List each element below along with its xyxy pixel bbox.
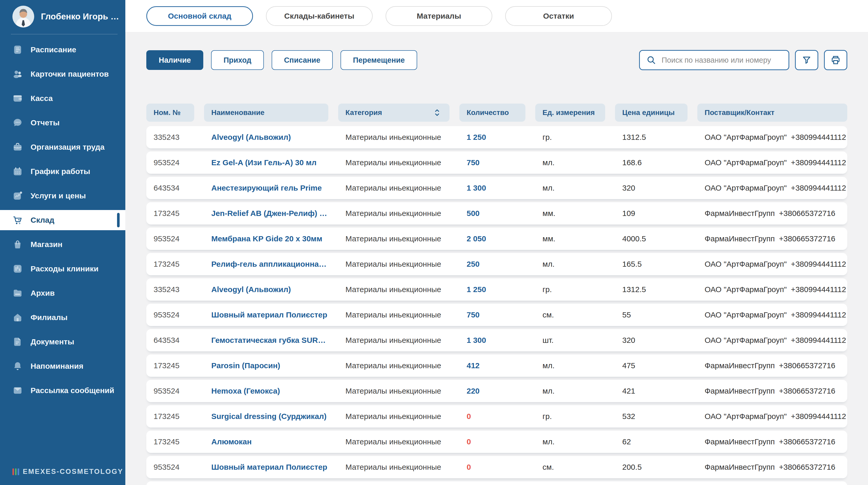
table-row[interactable]: 953524 Мембрана KP Gide 20 x 30мм Матери… bbox=[146, 228, 847, 250]
row-name[interactable]: Ez Gel-A (Изи Гель-А) 30 мл bbox=[204, 158, 328, 167]
sidebar-item-patients[interactable]: Карточки пациентов bbox=[0, 62, 125, 86]
row-category: Материалы иньекционные bbox=[338, 361, 450, 370]
supplier-phone: +380665372716 bbox=[779, 209, 835, 218]
tab-warehouse-cabinets[interactable]: Склады-кабинеты bbox=[266, 6, 373, 26]
table-row[interactable]: 173245 Алюмокан Материалы иньекционные 0… bbox=[146, 431, 847, 453]
row-supplier: ОАО "АртФармаГроуп" +380994441112 bbox=[698, 310, 847, 319]
row-name[interactable]: Мембрана KP Gide 20 x 30мм bbox=[204, 234, 328, 243]
schedule-icon bbox=[12, 44, 23, 55]
subtab-transfer[interactable]: Перемещение bbox=[341, 50, 417, 70]
subtabs: Наличие Приход Списание Перемещение bbox=[146, 50, 417, 70]
row-price: 320 bbox=[615, 184, 687, 192]
row-name[interactable]: Parosin (Паросин) bbox=[204, 361, 328, 370]
row-unit: мл. bbox=[535, 361, 605, 370]
sidebar-item-work-schedule[interactable]: График работы bbox=[0, 159, 125, 184]
print-button[interactable] bbox=[824, 50, 847, 70]
sidebar-item-work-org[interactable]: Организация труда bbox=[0, 135, 125, 159]
table-row[interactable]: 173245 Релиф-гель аппликационная... Мате… bbox=[146, 253, 847, 275]
column-price[interactable]: Цена единицы bbox=[615, 103, 687, 122]
sidebar-item-warehouse[interactable]: Склад bbox=[0, 210, 125, 230]
table-row[interactable]: 953524 Шовный материал Полиєстер Материа… bbox=[146, 304, 847, 326]
briefcase-icon bbox=[12, 142, 23, 152]
table-row[interactable]: 643534 Гемостатическая губка SURGIS Мате… bbox=[146, 329, 847, 352]
row-name[interactable]: Релиф-гель аппликационная... bbox=[204, 260, 328, 269]
table-row[interactable]: 335243 Alveogyl (Альвожил) Материалы инь… bbox=[146, 278, 847, 301]
row-number: 953524 bbox=[146, 463, 194, 472]
row-name[interactable]: Алюмокан bbox=[204, 437, 328, 446]
sidebar-item-reports[interactable]: Отчеты bbox=[0, 111, 125, 135]
column-quantity[interactable]: Количество bbox=[459, 103, 525, 122]
row-number: 643534 bbox=[146, 336, 194, 345]
supplier-phone: +380665372716 bbox=[779, 234, 835, 243]
subtab-incoming[interactable]: Приход bbox=[211, 50, 264, 70]
row-category: Материалы иньекционные bbox=[338, 412, 450, 421]
subtab-writeoff[interactable]: Списание bbox=[272, 50, 333, 70]
supplier-name: ФармаИнвестГрупп bbox=[705, 209, 775, 218]
table-row[interactable]: 173245 Jen-Relief AB (Джен-Релиф) гель М… bbox=[146, 202, 847, 224]
column-number[interactable]: Ном. № bbox=[146, 103, 194, 122]
sidebar-item-archive[interactable]: Архив bbox=[0, 281, 125, 305]
table-row[interactable]: 173245 Parosin (Паросин) Материалы иньек… bbox=[146, 355, 847, 377]
row-number: 173245 bbox=[146, 437, 194, 446]
column-supplier[interactable]: Поставщик/Контакт bbox=[698, 103, 847, 122]
row-quantity: 1 250 bbox=[459, 285, 525, 294]
sidebar-item-reminders[interactable]: Напоминания bbox=[0, 354, 125, 378]
tab-remainders[interactable]: Остатки bbox=[505, 6, 612, 26]
table-row[interactable]: 953524 Ez Gel-A (Изи Гель-А) 30 мл Матер… bbox=[146, 151, 847, 174]
sort-icon[interactable] bbox=[432, 108, 442, 118]
sidebar-item-clinic-expenses[interactable]: Расходы клиники bbox=[0, 256, 125, 281]
row-supplier: ОАО "АртФармаГроуп" +380994441112 bbox=[698, 260, 847, 269]
row-name[interactable]: Surgical dressing (Сурджикал) bbox=[204, 412, 328, 421]
sidebar-item-branches[interactable]: Филиалы bbox=[0, 305, 125, 330]
row-category: Материалы иньекционные bbox=[338, 234, 450, 243]
tab-materials[interactable]: Материалы bbox=[385, 6, 492, 26]
row-name[interactable]: Гемостатическая губка SURGIS bbox=[204, 336, 328, 345]
sidebar-item-label: График работы bbox=[31, 167, 90, 176]
brand-bar-blue bbox=[18, 468, 19, 475]
supplier-phone: +380665372716 bbox=[779, 463, 835, 472]
search-box[interactable] bbox=[639, 50, 789, 70]
row-price: 55 bbox=[615, 310, 687, 319]
patients-icon bbox=[12, 69, 23, 79]
table-row[interactable]: 335243 Alveogyl (Альвожил) Материалы инь… bbox=[146, 126, 847, 148]
row-name[interactable]: Alveogyl (Альвожил) bbox=[204, 285, 328, 294]
filter-button[interactable] bbox=[795, 50, 818, 70]
sidebar-item-cash[interactable]: Касса bbox=[0, 86, 125, 111]
brand-text: emexes-cosmetology bbox=[23, 468, 123, 476]
row-name[interactable]: Шовный материал Полиєстер bbox=[204, 463, 328, 472]
column-name[interactable]: Наименование bbox=[204, 103, 328, 122]
user-name: Глобенко Игорь А... bbox=[41, 12, 120, 22]
table-row-partial[interactable] bbox=[146, 481, 847, 485]
supplier-phone: +380665372716 bbox=[779, 361, 835, 370]
row-name[interactable]: Шовный материал Полиєстер bbox=[204, 310, 328, 319]
row-supplier: ОАО "АртФармаГроуп" +380994441112 bbox=[698, 133, 847, 142]
row-unit: гр. bbox=[535, 133, 605, 142]
tab-main-warehouse[interactable]: Основной склад bbox=[146, 6, 253, 26]
row-category: Материалы иньекционные bbox=[338, 437, 450, 446]
sidebar-item-services[interactable]: Услуги и цены bbox=[0, 184, 125, 208]
sidebar-item-messaging[interactable]: Рассылка сообщений bbox=[0, 378, 125, 403]
table-row[interactable]: 953524 Hemoxa (Гемокса) Материалы иньекц… bbox=[146, 380, 847, 402]
column-category[interactable]: Категория bbox=[338, 103, 450, 122]
row-price: 475 bbox=[615, 361, 687, 370]
supplier-name: ОАО "АртФармаГроуп" bbox=[705, 285, 787, 294]
row-name[interactable]: Alveogyl (Альвожил) bbox=[204, 133, 328, 142]
row-name[interactable]: Hemoxa (Гемокса) bbox=[204, 387, 328, 395]
sidebar-item-shop[interactable]: Магазин bbox=[0, 232, 125, 256]
sidebar-item-schedule[interactable]: Расписание bbox=[0, 37, 125, 62]
row-quantity: 2 050 bbox=[459, 234, 525, 243]
table-row[interactable]: 953524 Шовный материал Полиєстер Материа… bbox=[146, 456, 847, 478]
row-supplier: ОАО "АртФармаГроуп" +380994441112 bbox=[698, 336, 847, 345]
search-input[interactable] bbox=[662, 56, 782, 64]
sidebar-item-documents[interactable]: Документы bbox=[0, 330, 125, 354]
branches-icon bbox=[12, 312, 23, 323]
supplier-name: ОАО "АртФармаГроуп" bbox=[705, 133, 787, 142]
column-unit[interactable]: Ед. измерения bbox=[535, 103, 605, 122]
table-row[interactable]: 173245 Surgical dressing (Сурджикал) Мат… bbox=[146, 405, 847, 427]
user-profile[interactable]: Глобенко Игорь А... bbox=[0, 0, 125, 27]
row-name[interactable]: Анестезирующий гель Prime bbox=[204, 184, 328, 192]
subtab-availability[interactable]: Наличие bbox=[146, 50, 203, 70]
table-row[interactable]: 643534 Анестезирующий гель Prime Материа… bbox=[146, 177, 847, 199]
supplier-name: ОАО "АртФармаГроуп" bbox=[705, 310, 787, 319]
row-name[interactable]: Jen-Relief AB (Джен-Релиф) гель bbox=[204, 209, 328, 218]
